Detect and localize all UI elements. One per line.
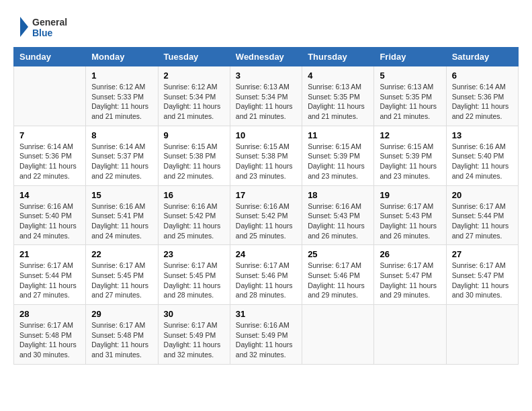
day-number: 25 xyxy=(308,249,368,259)
calendar-cell: 5Sunrise: 6:13 AM Sunset: 5:35 PM Daylig… xyxy=(374,66,446,126)
calendar-cell: 8Sunrise: 6:14 AM Sunset: 5:37 PM Daylig… xyxy=(86,126,158,185)
day-number: 22 xyxy=(91,249,152,259)
day-number: 8 xyxy=(91,130,152,140)
day-info: Sunrise: 6:17 AM Sunset: 5:45 PM Dayligh… xyxy=(91,261,152,300)
day-info: Sunrise: 6:17 AM Sunset: 5:48 PM Dayligh… xyxy=(19,320,80,360)
calendar-cell: 11Sunrise: 6:15 AM Sunset: 5:39 PM Dayli… xyxy=(302,126,374,185)
calendar-cell: 15Sunrise: 6:16 AM Sunset: 5:41 PM Dayli… xyxy=(86,185,158,245)
week-row-5: 28Sunrise: 6:17 AM Sunset: 5:48 PM Dayli… xyxy=(14,305,519,365)
week-row-4: 21Sunrise: 6:17 AM Sunset: 5:44 PM Dayli… xyxy=(14,245,519,305)
day-info: Sunrise: 6:16 AM Sunset: 5:42 PM Dayligh… xyxy=(164,201,224,241)
calendar-cell: 22Sunrise: 6:17 AM Sunset: 5:45 PM Dayli… xyxy=(86,245,158,305)
calendar-cell: 13Sunrise: 6:16 AM Sunset: 5:40 PM Dayli… xyxy=(446,126,518,185)
day-info: Sunrise: 6:17 AM Sunset: 5:44 PM Dayligh… xyxy=(19,261,80,300)
calendar-cell: 20Sunrise: 6:17 AM Sunset: 5:44 PM Dayli… xyxy=(446,185,518,245)
calendar-cell: 4Sunrise: 6:13 AM Sunset: 5:35 PM Daylig… xyxy=(302,66,374,126)
day-number: 11 xyxy=(308,130,368,140)
day-info: Sunrise: 6:17 AM Sunset: 5:43 PM Dayligh… xyxy=(380,201,440,241)
day-number: 13 xyxy=(452,130,513,140)
calendar-cell: 2Sunrise: 6:12 AM Sunset: 5:34 PM Daylig… xyxy=(158,66,230,126)
day-number: 27 xyxy=(452,249,513,259)
column-header-sunday: Sunday xyxy=(14,48,86,66)
day-info: Sunrise: 6:15 AM Sunset: 5:38 PM Dayligh… xyxy=(164,142,224,181)
day-info: Sunrise: 6:13 AM Sunset: 5:35 PM Dayligh… xyxy=(308,82,368,122)
day-info: Sunrise: 6:15 AM Sunset: 5:38 PM Dayligh… xyxy=(236,142,296,181)
calendar-cell: 21Sunrise: 6:17 AM Sunset: 5:44 PM Dayli… xyxy=(14,245,86,305)
svg-text:General: General xyxy=(32,17,67,28)
calendar-header-row: SundayMondayTuesdayWednesdayThursdayFrid… xyxy=(14,48,519,66)
calendar-cell: 9Sunrise: 6:15 AM Sunset: 5:38 PM Daylig… xyxy=(158,126,230,185)
day-info: Sunrise: 6:15 AM Sunset: 5:39 PM Dayligh… xyxy=(380,142,440,181)
day-info: Sunrise: 6:13 AM Sunset: 5:34 PM Dayligh… xyxy=(236,82,296,122)
day-info: Sunrise: 6:12 AM Sunset: 5:34 PM Dayligh… xyxy=(164,82,224,122)
calendar-cell: 30Sunrise: 6:17 AM Sunset: 5:49 PM Dayli… xyxy=(158,305,230,365)
day-number: 14 xyxy=(19,190,80,200)
day-number: 20 xyxy=(452,190,513,200)
day-number: 30 xyxy=(164,309,224,319)
calendar-cell: 29Sunrise: 6:17 AM Sunset: 5:48 PM Dayli… xyxy=(86,305,158,365)
day-info: Sunrise: 6:17 AM Sunset: 5:46 PM Dayligh… xyxy=(236,261,296,300)
logo-svg: GeneralBlue xyxy=(13,13,74,40)
calendar-cell: 27Sunrise: 6:17 AM Sunset: 5:47 PM Dayli… xyxy=(446,245,518,305)
calendar-cell: 25Sunrise: 6:17 AM Sunset: 5:46 PM Dayli… xyxy=(302,245,374,305)
day-number: 24 xyxy=(236,249,296,259)
calendar-cell: 1Sunrise: 6:12 AM Sunset: 5:33 PM Daylig… xyxy=(86,66,158,126)
day-info: Sunrise: 6:16 AM Sunset: 5:41 PM Dayligh… xyxy=(91,201,152,241)
column-header-monday: Monday xyxy=(86,48,158,66)
calendar-cell xyxy=(14,66,86,126)
day-info: Sunrise: 6:17 AM Sunset: 5:49 PM Dayligh… xyxy=(164,320,224,360)
svg-text:Blue: Blue xyxy=(32,28,53,38)
day-info: Sunrise: 6:14 AM Sunset: 5:36 PM Dayligh… xyxy=(452,82,513,122)
day-number: 4 xyxy=(308,71,368,81)
calendar-cell: 6Sunrise: 6:14 AM Sunset: 5:36 PM Daylig… xyxy=(446,66,518,126)
day-info: Sunrise: 6:17 AM Sunset: 5:46 PM Dayligh… xyxy=(308,261,368,300)
day-number: 3 xyxy=(236,71,296,81)
calendar-cell: 23Sunrise: 6:17 AM Sunset: 5:45 PM Dayli… xyxy=(158,245,230,305)
calendar-table: SundayMondayTuesdayWednesdayThursdayFrid… xyxy=(13,47,519,365)
day-number: 16 xyxy=(164,190,224,200)
week-row-1: 1Sunrise: 6:12 AM Sunset: 5:33 PM Daylig… xyxy=(14,66,519,126)
day-number: 28 xyxy=(19,309,80,319)
calendar-cell: 19Sunrise: 6:17 AM Sunset: 5:43 PM Dayli… xyxy=(374,185,446,245)
day-info: Sunrise: 6:16 AM Sunset: 5:43 PM Dayligh… xyxy=(308,201,368,241)
day-info: Sunrise: 6:17 AM Sunset: 5:47 PM Dayligh… xyxy=(380,261,440,300)
calendar-cell: 28Sunrise: 6:17 AM Sunset: 5:48 PM Dayli… xyxy=(14,305,86,365)
week-row-2: 7Sunrise: 6:14 AM Sunset: 5:36 PM Daylig… xyxy=(14,126,519,185)
day-info: Sunrise: 6:14 AM Sunset: 5:37 PM Dayligh… xyxy=(91,142,152,181)
calendar-cell: 31Sunrise: 6:16 AM Sunset: 5:49 PM Dayli… xyxy=(230,305,302,365)
column-header-saturday: Saturday xyxy=(446,48,518,66)
day-number: 9 xyxy=(164,130,224,140)
day-number: 1 xyxy=(91,71,152,81)
day-number: 12 xyxy=(380,130,440,140)
day-info: Sunrise: 6:17 AM Sunset: 5:48 PM Dayligh… xyxy=(91,320,152,360)
column-header-wednesday: Wednesday xyxy=(230,48,302,66)
calendar-cell xyxy=(302,305,374,365)
day-number: 15 xyxy=(91,190,152,200)
column-header-thursday: Thursday xyxy=(302,48,374,66)
column-header-friday: Friday xyxy=(374,48,446,66)
day-info: Sunrise: 6:14 AM Sunset: 5:36 PM Dayligh… xyxy=(19,142,80,181)
calendar-cell: 10Sunrise: 6:15 AM Sunset: 5:38 PM Dayli… xyxy=(230,126,302,185)
column-header-tuesday: Tuesday xyxy=(158,48,230,66)
day-info: Sunrise: 6:15 AM Sunset: 5:39 PM Dayligh… xyxy=(308,142,368,181)
calendar-cell: 17Sunrise: 6:16 AM Sunset: 5:42 PM Dayli… xyxy=(230,185,302,245)
logo: GeneralBlue xyxy=(13,13,74,40)
day-info: Sunrise: 6:17 AM Sunset: 5:44 PM Dayligh… xyxy=(452,201,513,241)
day-number: 17 xyxy=(236,190,296,200)
day-info: Sunrise: 6:12 AM Sunset: 5:33 PM Dayligh… xyxy=(91,82,152,122)
day-number: 7 xyxy=(19,130,80,140)
calendar-cell: 16Sunrise: 6:16 AM Sunset: 5:42 PM Dayli… xyxy=(158,185,230,245)
calendar-cell: 3Sunrise: 6:13 AM Sunset: 5:34 PM Daylig… xyxy=(230,66,302,126)
day-number: 21 xyxy=(19,249,80,259)
day-number: 31 xyxy=(236,309,296,319)
calendar-cell: 26Sunrise: 6:17 AM Sunset: 5:47 PM Dayli… xyxy=(374,245,446,305)
day-info: Sunrise: 6:16 AM Sunset: 5:40 PM Dayligh… xyxy=(452,142,513,181)
page-header: GeneralBlue xyxy=(13,13,519,40)
day-number: 23 xyxy=(164,249,224,259)
calendar-cell: 14Sunrise: 6:16 AM Sunset: 5:40 PM Dayli… xyxy=(14,185,86,245)
calendar-cell: 18Sunrise: 6:16 AM Sunset: 5:43 PM Dayli… xyxy=(302,185,374,245)
calendar-cell xyxy=(374,305,446,365)
day-number: 10 xyxy=(236,130,296,140)
day-info: Sunrise: 6:17 AM Sunset: 5:47 PM Dayligh… xyxy=(452,261,513,300)
day-number: 5 xyxy=(380,71,440,81)
